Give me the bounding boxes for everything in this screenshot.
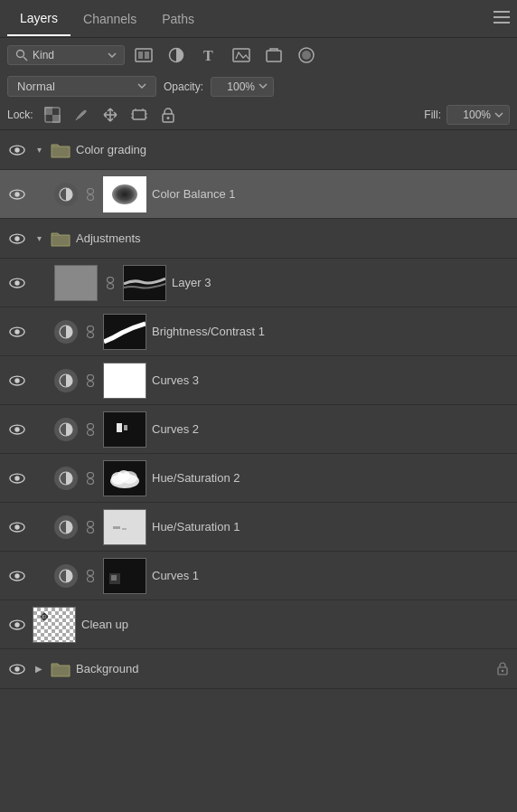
thumb-curves1: [103, 558, 146, 594]
svg-text:T: T: [203, 48, 213, 63]
svg-point-26: [88, 194, 94, 200]
adj-icon-bc1: [54, 320, 78, 344]
svg-rect-7: [145, 52, 149, 59]
collapse-arrow-adjustments[interactable]: ▾: [33, 233, 45, 243]
layer-brightness-contrast-1[interactable]: Brightness/Contrast 1: [0, 307, 517, 356]
svg-point-64: [118, 470, 130, 481]
thumb-bc1: [103, 314, 146, 350]
fill-field[interactable]: 100%: [446, 105, 510, 125]
filter-type-icon[interactable]: T: [195, 42, 222, 68]
filter-pixel-icon[interactable]: [130, 42, 157, 68]
svg-point-56: [14, 476, 19, 480]
svg-rect-81: [111, 575, 117, 581]
svg-point-83: [14, 622, 19, 627]
hs1-label: Hue/Saturation 1: [152, 520, 510, 533]
cleanup-label: Clean up: [81, 618, 510, 631]
layer-curves-2[interactable]: Curves 2: [0, 405, 517, 454]
svg-point-33: [108, 283, 114, 288]
visibility-curves1[interactable]: [7, 571, 27, 581]
visibility-curves2[interactable]: [7, 424, 27, 435]
fill-value: 100%: [453, 109, 491, 121]
visibility-color-grading[interactable]: [7, 145, 27, 156]
svg-rect-73: [122, 528, 127, 530]
svg-point-21: [14, 147, 19, 152]
svg-rect-11: [267, 51, 281, 61]
panel-menu-icon[interactable]: [494, 11, 510, 27]
visibility-hs2[interactable]: [7, 473, 27, 484]
chain-icon-hs1: [83, 521, 98, 533]
fill-label: Fill:: [424, 109, 441, 121]
svg-line-4: [24, 57, 27, 61]
layer-hue-saturation-1[interactable]: Hue/Saturation 1: [0, 503, 517, 552]
lock-all-btn[interactable]: [156, 104, 180, 126]
visibility-cleanup[interactable]: [7, 619, 27, 630]
thumb-hs1: [103, 509, 146, 545]
thumb-layer3-mask: [123, 265, 166, 301]
svg-point-44: [88, 374, 94, 380]
layers-list: ▾ Color grading: [0, 130, 517, 689]
opacity-field[interactable]: 100%: [211, 77, 274, 97]
svg-point-32: [108, 277, 114, 282]
thumb-curves2: [103, 411, 146, 448]
svg-rect-5: [136, 49, 152, 61]
tab-layers[interactable]: Layers: [7, 2, 70, 36]
group-color-grading[interactable]: ▾ Color grading: [0, 130, 517, 170]
chain-icon-curves2: [83, 423, 98, 436]
filter-row: Kind T: [0, 38, 517, 72]
group-adjustments-label: Adjustments: [76, 231, 510, 245]
collapse-arrow-color-grading[interactable]: ▾: [33, 145, 45, 155]
kind-label: Kind: [33, 49, 103, 61]
lock-artboard-btn[interactable]: [127, 104, 151, 126]
svg-point-23: [14, 192, 19, 196]
filter-shape-icon[interactable]: [228, 42, 255, 68]
group-adjustments[interactable]: ▾ Adjustments: [0, 219, 517, 259]
tab-channels[interactable]: Channels: [70, 3, 149, 35]
filter-adjustment-icon[interactable]: [163, 42, 190, 68]
layer-curves-1[interactable]: Curves 1: [0, 552, 517, 600]
svg-point-85: [14, 666, 19, 671]
svg-rect-1: [494, 16, 510, 18]
folder-icon-adjustments: [51, 231, 70, 247]
thumb-curves3: [103, 363, 146, 399]
visibility-background[interactable]: [7, 664, 27, 675]
svg-rect-54: [124, 425, 127, 430]
svg-rect-17: [133, 110, 146, 119]
svg-point-31: [14, 280, 19, 285]
visibility-layer3[interactable]: [7, 278, 27, 288]
svg-rect-2: [494, 22, 510, 24]
lock-position-btn[interactable]: [99, 104, 122, 126]
visibility-bc1[interactable]: [7, 326, 27, 337]
visibility-adjustments[interactable]: [7, 233, 27, 244]
filter-smartobject-icon[interactable]: [260, 42, 287, 68]
svg-point-36: [14, 329, 19, 334]
chain-icon-layer3: [103, 277, 118, 289]
svg-point-69: [88, 527, 94, 533]
svg-rect-72: [113, 526, 120, 529]
chain-icon-bc1: [83, 326, 98, 338]
blend-mode-dropdown[interactable]: Normal: [7, 76, 156, 97]
layer-color-balance-1-label: Color Balance 1: [152, 187, 510, 201]
tab-paths[interactable]: Paths: [149, 3, 207, 35]
svg-point-51: [88, 430, 94, 435]
svg-point-19: [166, 117, 169, 119]
layer-layer3[interactable]: Layer 3: [0, 259, 517, 307]
visibility-hs1[interactable]: [7, 522, 27, 533]
opacity-label: Opacity:: [164, 80, 203, 93]
layer-curves-3[interactable]: Curves 3: [0, 356, 517, 405]
lock-transparent-btn[interactable]: [41, 104, 64, 126]
curves2-label: Curves 2: [152, 422, 510, 436]
lock-image-btn[interactable]: [70, 104, 93, 126]
layer-hue-saturation-2[interactable]: Hue/Saturation 2: [0, 454, 517, 503]
svg-point-39: [88, 332, 94, 337]
filter-effect-icon[interactable]: [293, 42, 320, 68]
svg-point-58: [88, 472, 94, 477]
svg-point-3: [17, 51, 24, 58]
visibility-curves3[interactable]: [7, 375, 27, 386]
layer-clean-up[interactable]: Clean up: [0, 600, 517, 649]
visibility-color-balance-1[interactable]: [7, 189, 27, 200]
layer-color-balance-1[interactable]: Color Balance 1: [0, 170, 517, 219]
thumb-cleanup: [33, 607, 76, 643]
kind-dropdown[interactable]: Kind: [7, 45, 125, 65]
collapse-arrow-background[interactable]: ▶: [33, 664, 45, 674]
group-background[interactable]: ▶ Background: [0, 649, 517, 689]
